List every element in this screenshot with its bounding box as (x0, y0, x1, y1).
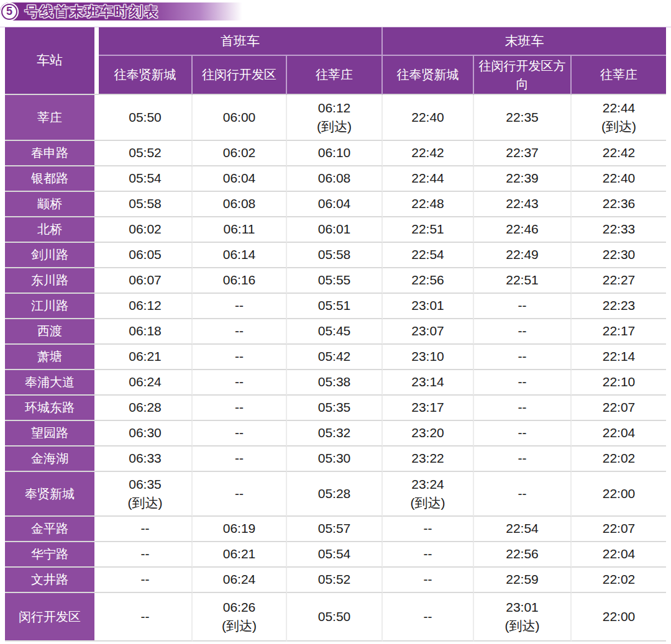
time-cell: 22:44 (383, 166, 474, 192)
row-gutter (94, 542, 99, 568)
time-cell: 06:04 (287, 192, 383, 217)
time-cell: 06:01 (287, 217, 383, 243)
time-cell: -- (383, 517, 474, 542)
time-cell: 06:00 (193, 95, 287, 141)
time-cell: 06:24 (193, 568, 287, 593)
station-cell: 望园路 (5, 421, 94, 447)
time-cell: 06:14 (193, 243, 287, 268)
time-cell: 22:04 (572, 421, 666, 447)
time-cell: 23:14 (383, 370, 474, 396)
time-cell: 22:33 (572, 217, 666, 243)
time-cell: 06:35 (到达) (99, 472, 193, 517)
row-gutter (94, 192, 99, 217)
time-cell: 05:54 (99, 166, 193, 192)
time-cell: 23:07 (383, 319, 474, 345)
station-cell: 江川路 (5, 294, 94, 319)
row-gutter (94, 95, 99, 141)
station-column-header: 车站 (5, 27, 94, 95)
time-cell: 23:24 (到达) (383, 472, 474, 517)
time-cell: 22:40 (572, 166, 666, 192)
time-cell: -- (383, 542, 474, 568)
station-cell: 金海湖 (5, 447, 94, 472)
time-cell: 22:51 (383, 217, 474, 243)
time-cell: 05:35 (287, 396, 383, 421)
row-gutter (94, 243, 99, 268)
time-cell: 05:57 (287, 517, 383, 542)
time-cell: 05:52 (287, 568, 383, 593)
time-cell: 22:59 (474, 568, 572, 593)
time-cell: 05:50 (99, 95, 193, 141)
time-cell: 22:48 (383, 192, 474, 217)
time-cell: 06:04 (193, 166, 287, 192)
time-cell: 22:42 (572, 141, 666, 166)
time-cell: 06:08 (193, 192, 287, 217)
row-gutter (94, 421, 99, 447)
dir-header-first-minhang: 往闵行开发区 (193, 56, 287, 95)
time-cell: 06:21 (193, 542, 287, 568)
time-cell: 22:44 (到达) (572, 95, 666, 141)
station-cell: 华宁路 (5, 542, 94, 568)
time-cell: 23:01 (到达) (474, 593, 572, 642)
time-cell: 05:50 (287, 593, 383, 642)
time-cell: -- (193, 447, 287, 472)
time-cell: 05:54 (287, 542, 383, 568)
time-cell: -- (474, 370, 572, 396)
station-cell: 颛桥 (5, 192, 94, 217)
first-train-group-header: 首班车 (99, 27, 383, 56)
row-gutter (94, 593, 99, 642)
time-cell: 22:54 (474, 517, 572, 542)
last-train-group-header: 末班车 (383, 27, 666, 56)
time-cell: 06:10 (287, 141, 383, 166)
time-cell: 22:56 (383, 268, 474, 294)
time-cell: 22:35 (474, 95, 572, 141)
time-cell: -- (193, 396, 287, 421)
time-cell: 06:08 (287, 166, 383, 192)
station-cell: 西渡 (5, 319, 94, 345)
time-cell: -- (193, 294, 287, 319)
line-number-badge: 5 (1, 4, 17, 20)
time-cell: 22:51 (474, 268, 572, 294)
station-cell: 金平路 (5, 517, 94, 542)
station-cell: 剑川路 (5, 243, 94, 268)
row-gutter (94, 370, 99, 396)
time-cell: 06:28 (99, 396, 193, 421)
time-cell: 06:30 (99, 421, 193, 447)
time-cell: -- (474, 447, 572, 472)
row-gutter (94, 319, 99, 345)
station-cell: 莘庄 (5, 95, 94, 141)
time-cell: -- (99, 542, 193, 568)
time-cell: 05:55 (287, 268, 383, 294)
time-cell: 22:36 (572, 192, 666, 217)
time-cell: -- (193, 472, 287, 517)
time-cell: 06:33 (99, 447, 193, 472)
time-cell: 06:11 (193, 217, 287, 243)
station-cell: 奉贤新城 (5, 472, 94, 517)
station-cell: 环城东路 (5, 396, 94, 421)
time-cell: -- (99, 593, 193, 642)
time-cell: -- (474, 396, 572, 421)
time-cell: 22:27 (572, 268, 666, 294)
time-cell: 22:07 (572, 517, 666, 542)
time-cell: 22:40 (383, 95, 474, 141)
column-gutter (94, 27, 99, 95)
time-cell: -- (193, 370, 287, 396)
row-gutter (94, 345, 99, 370)
time-cell: -- (99, 568, 193, 593)
time-cell: 22:42 (383, 141, 474, 166)
time-cell: -- (193, 319, 287, 345)
time-cell: 22:02 (572, 568, 666, 593)
title-banner: 5 号线首末班车时刻表 (0, 2, 250, 20)
time-cell: 22:54 (383, 243, 474, 268)
time-cell: 22:30 (572, 243, 666, 268)
time-cell: -- (474, 421, 572, 447)
row-gutter (94, 268, 99, 294)
row-gutter (94, 447, 99, 472)
station-cell: 文井路 (5, 568, 94, 593)
time-cell: 05:32 (287, 421, 383, 447)
station-cell: 北桥 (5, 217, 94, 243)
time-cell: -- (383, 593, 474, 642)
time-cell: 22:17 (572, 319, 666, 345)
dir-header-last-minhang: 往闵行开发区方向 (474, 56, 572, 95)
time-cell: 22:37 (474, 141, 572, 166)
time-cell: -- (474, 345, 572, 370)
